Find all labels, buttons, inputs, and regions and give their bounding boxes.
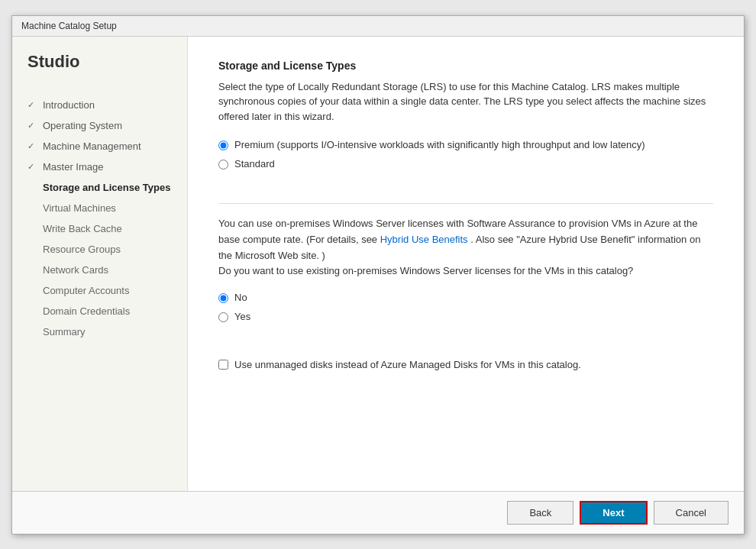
standard-label: Standard bbox=[234, 158, 275, 170]
license-description: You can use on-premises Windows Server l… bbox=[218, 216, 713, 279]
sidebar-item-label: Write Back Cache bbox=[43, 223, 122, 234]
license-radio-group: No Yes bbox=[218, 292, 713, 330]
unmanaged-disks-label: Use unmanaged disks instead of Azure Man… bbox=[234, 359, 581, 370]
yes-radio[interactable] bbox=[218, 312, 228, 322]
footer: Back Next Cancel bbox=[12, 491, 744, 534]
back-button[interactable]: Back bbox=[507, 501, 573, 525]
standard-option[interactable]: Standard bbox=[218, 158, 713, 170]
check-icon: ✓ bbox=[27, 162, 38, 172]
section-title: Storage and License Types bbox=[218, 60, 713, 72]
license-question: Do you want to use existing on-premises … bbox=[218, 265, 633, 276]
sidebar-item-write-back-cache[interactable]: Write Back Cache bbox=[12, 218, 187, 239]
description-text: Select the type of Locally Redundant Sto… bbox=[218, 79, 713, 124]
sidebar-item-domain-credentials[interactable]: Domain Credentials bbox=[12, 301, 187, 321]
standard-radio[interactable] bbox=[218, 160, 228, 170]
check-icon: ✓ bbox=[27, 100, 38, 110]
cancel-button[interactable]: Cancel bbox=[654, 501, 729, 525]
sidebar-item-virtual-machines[interactable]: Virtual Machines bbox=[12, 198, 187, 218]
sidebar: Studio ✓ Introduction ✓ Operating System… bbox=[12, 37, 188, 491]
sidebar-item-resource-groups[interactable]: Resource Groups bbox=[12, 239, 187, 260]
sidebar-item-label: Machine Management bbox=[43, 140, 141, 152]
divider bbox=[218, 203, 713, 204]
yes-label: Yes bbox=[234, 311, 250, 322]
sidebar-item-introduction[interactable]: ✓ Introduction bbox=[12, 95, 187, 115]
sidebar-item-label: Operating System bbox=[43, 120, 122, 131]
next-button[interactable]: Next bbox=[580, 501, 647, 525]
sidebar-item-summary[interactable]: Summary bbox=[12, 321, 187, 342]
check-icon: ✓ bbox=[27, 141, 38, 151]
check-icon: ✓ bbox=[27, 121, 38, 131]
storage-radio-group: Premium (supports I/O-intensive workload… bbox=[218, 139, 713, 177]
content-area: Studio ✓ Introduction ✓ Operating System… bbox=[12, 37, 744, 491]
sidebar-item-label: Summary bbox=[43, 326, 86, 337]
sidebar-item-storage-license[interactable]: Storage and License Types bbox=[12, 177, 187, 198]
main-window: Machine Catalog Setup Studio ✓ Introduct… bbox=[11, 15, 745, 534]
unmanaged-disks-checkbox[interactable] bbox=[218, 360, 228, 370]
hybrid-use-benefits-link[interactable]: Hybrid Use Benefits bbox=[380, 234, 468, 245]
sidebar-item-label: Resource Groups bbox=[43, 244, 121, 255]
sidebar-item-label: Storage and License Types bbox=[43, 182, 170, 193]
title-bar: Machine Catalog Setup bbox=[12, 16, 744, 37]
sidebar-item-master-image[interactable]: ✓ Master Image bbox=[12, 157, 187, 177]
premium-option[interactable]: Premium (supports I/O-intensive workload… bbox=[218, 139, 713, 150]
unmanaged-disks-option[interactable]: Use unmanaged disks instead of Azure Man… bbox=[218, 359, 713, 370]
sidebar-item-network-cards[interactable]: Network Cards bbox=[12, 260, 187, 280]
no-radio[interactable] bbox=[218, 293, 228, 303]
window-title: Machine Catalog Setup bbox=[21, 21, 117, 31]
premium-label: Premium (supports I/O-intensive workload… bbox=[234, 139, 645, 150]
sidebar-item-computer-accounts[interactable]: Computer Accounts bbox=[12, 280, 187, 301]
sidebar-item-machine-management[interactable]: ✓ Machine Management bbox=[12, 136, 187, 157]
main-panel: Storage and License Types Select the typ… bbox=[188, 37, 744, 491]
no-label: No bbox=[234, 292, 247, 303]
sidebar-item-operating-system[interactable]: ✓ Operating System bbox=[12, 115, 187, 136]
sidebar-item-label: Computer Accounts bbox=[43, 285, 129, 296]
sidebar-studio-label: Studio bbox=[12, 52, 187, 95]
no-option[interactable]: No bbox=[218, 292, 713, 303]
yes-option[interactable]: Yes bbox=[218, 311, 713, 322]
sidebar-item-label: Domain Credentials bbox=[43, 305, 130, 317]
sidebar-item-label: Network Cards bbox=[43, 264, 108, 276]
premium-radio[interactable] bbox=[218, 140, 228, 150]
sidebar-item-label: Introduction bbox=[43, 99, 95, 111]
sidebar-item-label: Master Image bbox=[43, 161, 103, 173]
sidebar-item-label: Virtual Machines bbox=[43, 202, 116, 214]
